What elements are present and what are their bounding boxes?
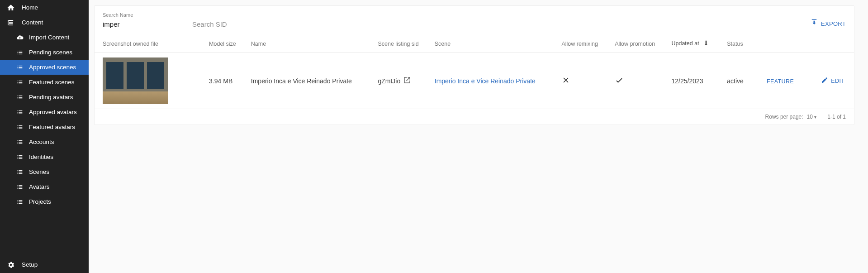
sidebar-setup-label: Setup xyxy=(22,261,38,268)
open-external-icon[interactable] xyxy=(403,76,411,86)
sidebar-content-label: Content xyxy=(22,19,43,26)
sidebar-item-scenes[interactable]: Scenes xyxy=(0,164,89,179)
list-icon xyxy=(15,139,24,146)
pagination-range: 1-1 of 1 xyxy=(827,114,846,120)
download-icon xyxy=(810,19,818,29)
sidebar-item-featured-avatars[interactable]: Featured avatars xyxy=(0,120,89,134)
sidebar-item-label: Featured avatars xyxy=(29,124,75,130)
table-pagination: Rows per page: 10 ▾ 1-1 of 1 xyxy=(95,109,854,125)
cell-allow-promotion xyxy=(610,53,667,109)
sidebar-item-featured-scenes[interactable]: Featured scenes xyxy=(0,75,89,90)
gear-icon xyxy=(6,261,15,269)
cell-status: active xyxy=(722,53,762,109)
sidebar-item-label: Pending avatars xyxy=(29,94,73,101)
list-icon xyxy=(15,153,24,161)
book-icon xyxy=(6,19,15,27)
data-card: Search Name EXPORT Screen xyxy=(94,5,854,125)
pencil-icon xyxy=(821,77,828,85)
cell-updated-at: 12/25/2023 xyxy=(667,53,722,109)
sidebar-item-label: Featured scenes xyxy=(29,79,75,86)
list-icon xyxy=(15,198,24,206)
list-icon xyxy=(15,183,24,191)
list-icon xyxy=(15,109,24,116)
search-sid-input[interactable] xyxy=(192,19,275,31)
sidebar-item-label: Scenes xyxy=(29,168,49,175)
col-allow-remixing[interactable]: Allow remixing xyxy=(557,35,610,53)
sidebar-item-projects[interactable]: Projects xyxy=(0,194,89,209)
col-scene[interactable]: Scene xyxy=(430,35,557,53)
search-name-input[interactable] xyxy=(103,19,186,31)
sidebar-setup[interactable]: Setup xyxy=(0,258,89,273)
col-screenshot[interactable]: Screenshot owned file xyxy=(95,35,204,53)
sidebar-item-label: Pending scenes xyxy=(29,49,72,56)
col-actions-feature xyxy=(762,35,816,53)
export-button[interactable]: EXPORT xyxy=(810,19,846,31)
sidebar: Home Content Import Content Pending scen… xyxy=(0,0,89,273)
sidebar-item-label: Projects xyxy=(29,198,51,205)
col-status[interactable]: Status xyxy=(722,35,762,53)
sidebar-item-approved-scenes[interactable]: Approved scenes xyxy=(0,60,89,75)
sidebar-item-label: Import Content xyxy=(29,34,69,41)
cell-allow-remixing xyxy=(557,53,610,109)
sidebar-item-avatars[interactable]: Avatars xyxy=(0,179,89,194)
scene-thumbnail[interactable] xyxy=(103,57,168,104)
table-header-row: Screenshot owned file Model size Name Sc… xyxy=(95,35,854,53)
sidebar-item-approved-avatars[interactable]: Approved avatars xyxy=(0,105,89,120)
sidebar-item-accounts[interactable]: Accounts xyxy=(0,134,89,149)
sidebar-item-label: Avatars xyxy=(29,183,50,190)
rows-per-page-label: Rows per page: xyxy=(765,114,803,120)
sidebar-home-label: Home xyxy=(22,4,38,11)
sidebar-item-label: Accounts xyxy=(29,139,54,145)
col-updated-at[interactable]: Updated at xyxy=(667,35,722,53)
sidebar-home[interactable]: Home xyxy=(0,0,89,15)
list-icon xyxy=(15,94,24,101)
col-actions-edit xyxy=(816,35,854,53)
sidebar-item-identities[interactable]: Identities xyxy=(0,149,89,164)
cell-model-size: 3.94 MB xyxy=(204,53,247,109)
col-name[interactable]: Name xyxy=(247,35,374,53)
toolbar: Search Name EXPORT xyxy=(95,6,854,35)
sidebar-item-import-content[interactable]: Import Content xyxy=(0,30,89,45)
list-icon xyxy=(15,79,24,86)
search-name-label: Search Name xyxy=(103,12,133,18)
col-allow-promotion[interactable]: Allow promotion xyxy=(610,35,667,53)
sidebar-item-label: Approved scenes xyxy=(29,64,76,71)
sort-desc-icon xyxy=(702,39,710,48)
col-model-size[interactable]: Model size xyxy=(204,35,247,53)
cell-sid: gZmtJio xyxy=(378,77,400,85)
search-name-field: Search Name xyxy=(103,12,186,31)
cell-name: Imperio Inca e Vice Reinado Private xyxy=(247,53,374,109)
export-label: EXPORT xyxy=(821,20,846,27)
table-row[interactable]: 3.94 MB Imperio Inca e Vice Reinado Priv… xyxy=(95,53,854,109)
sidebar-item-pending-scenes[interactable]: Pending scenes xyxy=(0,45,89,60)
list-icon xyxy=(15,124,24,131)
edit-button[interactable]: EDIT xyxy=(821,77,844,85)
home-icon xyxy=(6,4,15,12)
feature-button[interactable]: FEATURE xyxy=(767,78,794,85)
col-updated-at-label: Updated at xyxy=(671,40,699,47)
sidebar-item-label: Identities xyxy=(29,153,53,160)
sidebar-content[interactable]: Content xyxy=(0,15,89,30)
edit-label: EDIT xyxy=(831,78,844,84)
rows-per-page-value: 10 xyxy=(807,114,813,120)
cell-scene-link[interactable]: Imperio Inca e Vice Reinado Private xyxy=(435,77,536,85)
search-sid-field xyxy=(192,12,275,31)
col-scene-listing-sid[interactable]: Scene listing sid xyxy=(373,35,430,53)
sidebar-item-pending-avatars[interactable]: Pending avatars xyxy=(0,90,89,105)
rows-per-page-select[interactable]: 10 ▾ xyxy=(807,114,817,120)
list-icon xyxy=(15,49,24,56)
list-icon xyxy=(15,168,24,176)
cloud-upload-icon xyxy=(15,34,24,41)
list-icon xyxy=(15,64,24,71)
main-content: Search Name EXPORT Screen xyxy=(89,0,868,273)
sidebar-item-label: Approved avatars xyxy=(29,109,77,115)
feature-label: FEATURE xyxy=(767,78,794,85)
scenes-table: Screenshot owned file Model size Name Sc… xyxy=(95,35,854,109)
caret-down-icon: ▾ xyxy=(814,115,816,120)
